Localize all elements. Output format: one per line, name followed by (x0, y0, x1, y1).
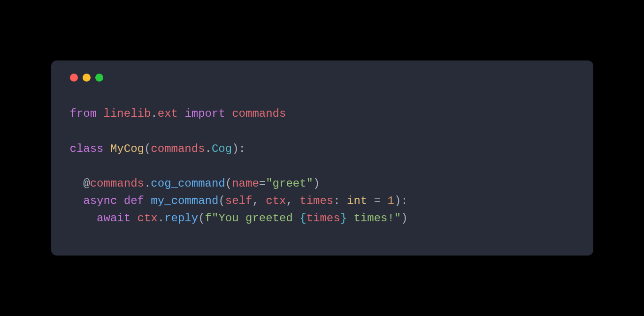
function-name: my_command (151, 195, 218, 207)
param-self: self (225, 195, 253, 207)
equals: = (259, 177, 266, 190)
decorator-at: @ (83, 177, 90, 190)
window-controls (70, 74, 575, 82)
variable: times (307, 212, 340, 225)
base-class: Cog (212, 143, 232, 155)
paren: ) (313, 177, 320, 190)
paren: ) (401, 212, 407, 225)
decorator-func: cog_command (151, 177, 225, 190)
colon: : (333, 195, 347, 207)
fstring-brace: } (340, 212, 347, 225)
class-name: MyCog (110, 143, 144, 155)
indent (70, 177, 84, 190)
indent (70, 195, 84, 207)
string-literal: "greet" (266, 177, 313, 190)
paren: ( (144, 143, 151, 155)
close-icon[interactable] (70, 74, 78, 82)
dot: . (151, 107, 157, 120)
param-name: ctx (266, 195, 286, 207)
keyword-from: from (70, 107, 97, 120)
module-name: ext (158, 107, 178, 120)
kwarg-name: name (232, 177, 259, 190)
base-class: commands (151, 143, 205, 155)
keyword-async: async (83, 195, 117, 207)
space (130, 212, 137, 225)
keyword-def: def (124, 195, 144, 207)
dot: . (144, 177, 151, 190)
keyword-class: class (70, 143, 104, 155)
equals: = (367, 195, 387, 207)
decorator-module: commands (90, 177, 144, 190)
type-annotation: int (347, 195, 367, 207)
object-name: ctx (138, 212, 158, 225)
keyword-import: import (184, 107, 225, 120)
paren: ( (198, 212, 205, 225)
fstring-prefix: f (205, 212, 212, 225)
paren: ( (218, 195, 225, 207)
number-literal: 1 (388, 195, 394, 207)
minimize-icon[interactable] (83, 74, 91, 82)
fstring-brace: { (299, 212, 306, 225)
param-name: times (299, 195, 333, 207)
code-content: from linelib.ext import commands class M… (70, 105, 575, 227)
code-window: from linelib.ext import commands class M… (51, 60, 593, 255)
paren: ): (394, 195, 408, 207)
indent (70, 212, 97, 225)
keyword-await: await (97, 212, 130, 225)
dot: . (205, 143, 212, 155)
dot: . (158, 212, 164, 225)
paren: ): (232, 143, 245, 155)
string-literal: times!" (347, 212, 401, 225)
comma: , (252, 195, 266, 207)
paren: ( (225, 177, 232, 190)
comma: , (286, 195, 299, 207)
method-name: reply (164, 212, 198, 225)
module-name: linelib (104, 107, 151, 120)
import-name: commands (232, 107, 286, 120)
string-literal: "You greeted (212, 212, 299, 225)
maximize-icon[interactable] (95, 74, 103, 82)
